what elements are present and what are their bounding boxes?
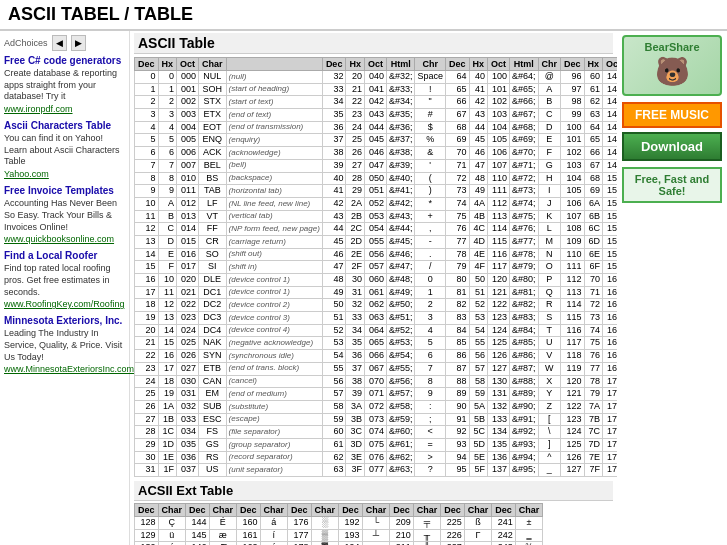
table-cell: 51 [322,312,346,325]
table-cell: 54 [322,350,346,363]
table-cell: 074 [364,426,386,439]
table-cell: (device control 4) [226,324,322,337]
table-cell: 6 [158,147,177,160]
sidebar-section-title-4[interactable]: Minnesota Exteriors, Inc. [4,315,125,326]
table-cell: 109 [561,235,585,248]
sidebar-section-text-4: Leading The Industry In Service, Quality… [4,328,125,363]
table-cell: 7D [584,438,603,451]
sidebar-section-title-3[interactable]: Find a Local Roofer [4,250,125,261]
free-music-banner[interactable]: FREE MUSIC [622,102,722,128]
sidebar-section-link-3[interactable]: www.RoofingKey.com/Roofing [4,299,125,309]
table-header: Chr [415,58,446,71]
table-cell: 145 [603,134,617,147]
table-cell: 4E [469,248,488,261]
table-cell: 17 [135,286,159,299]
table-cell: 29 [135,438,159,451]
table-cell: &#47; [386,261,415,274]
table-cell: 7 [415,362,446,375]
table-row: 271B033ESC(escape)593B073&#59;;915B133&#… [135,413,618,426]
table-cell: 53 [322,337,346,350]
ext-table-cell: Γ [464,529,492,542]
ad-prev-button[interactable]: ◀ [52,35,67,51]
table-cell: 4 [415,324,446,337]
table-cell: (group separator) [226,438,322,451]
table-cell: 18 [158,375,177,388]
table-cell: 3C [346,426,365,439]
sidebar-section-link-2[interactable]: www.quickbooksonline.com [4,234,125,244]
table-cell: 101 [488,83,510,96]
table-row: 88010BS(backspace)4028050&#40;(7248110&#… [135,172,618,185]
table-cell: (shift out) [226,248,322,261]
ext-table-row: 128Ç144É160á176░192└209╤225ß241± [135,517,543,530]
table-cell: 127 [561,464,585,477]
table-cell: 15 [158,337,177,350]
table-cell: 133 [488,413,510,426]
table-cell: 047 [364,159,386,172]
sidebar-section-link-0[interactable]: www.ironpdf.com [4,104,125,114]
table-cell: DC2 [199,299,227,312]
table-cell: 6F [584,261,603,274]
sidebar-section-link-4[interactable]: www.MinnesotaExteriorsInc.com [4,364,125,374]
table-cell: (shift in) [226,261,322,274]
table-cell: 26 [346,147,365,160]
table-cell: 64 [584,121,603,134]
download-button[interactable]: Download [622,132,722,161]
table-cell: 124 [561,426,585,439]
table-cell: 28 [346,172,365,185]
sidebar-section-title-1[interactable]: Ascii Characters Table [4,120,125,131]
table-cell: C [158,223,177,236]
sidebar-section-title-2[interactable]: Free Invoice Templates [4,185,125,196]
table-cell: 6 [415,350,446,363]
table-cell: 8 [135,172,159,185]
table-cell: &#38; [386,147,415,160]
table-cell: (vertical tab) [226,210,322,223]
table-cell: 61 [584,83,603,96]
table-cell: &#35; [386,109,415,122]
table-cell: 72 [445,172,469,185]
table-cell: 121 [561,388,585,401]
table-cell: 31 [346,286,365,299]
table-cell: 045 [364,134,386,147]
table-cell: 30 [135,451,159,464]
table-cell: 070 [364,375,386,388]
table-cell: ( [415,172,446,185]
table-cell: 151 [603,185,617,198]
table-cell: &#89; [510,388,539,401]
ad-next-button[interactable]: ▶ [71,35,86,51]
ext-table-cell: 160 [237,517,261,530]
table-cell: + [415,210,446,223]
table-cell: 27 [135,413,159,426]
table-cell: 033 [177,413,199,426]
table-cell: &#88; [510,375,539,388]
table-cell: &#76; [510,223,539,236]
ext-table-cell: 209 [390,517,414,530]
table-cell: 34 [322,96,346,109]
sidebar-section-title-0[interactable]: Free C# code generators [4,55,125,66]
table-row: 2418030CAN(cancel)5638070&#56;88858130&#… [135,375,618,388]
page-title: ASCII TABEL / TABLE [0,0,727,31]
table-cell: 2 [158,96,177,109]
table-cell: ESC [199,413,227,426]
table-cell: 131 [488,388,510,401]
table-cell: &#61; [386,438,415,451]
table-cell: 126 [488,350,510,363]
table-cell: 119 [561,362,585,375]
table-cell: 1 [415,286,446,299]
ascii-table-container: DecHxOctCharDecHxOctHtmlChrDecHxOctHtmlC… [134,57,613,477]
table-cell: 31 [135,464,159,477]
table-cell: 4C [469,223,488,236]
table-cell: &#93; [510,438,539,451]
ext-table-cell: ß [464,517,492,530]
bear-share-ad[interactable]: BearShare 🐻 [622,35,722,96]
table-cell: 057 [364,261,386,274]
table-cell: 3 [415,312,446,325]
sidebar-section-link-1[interactable]: Yahoo.com [4,169,125,179]
table-cell: 046 [364,147,386,160]
table-cell: 39 [322,159,346,172]
table-cell: 7C [584,426,603,439]
table-cell: 50 [322,299,346,312]
table-cell: 174 [603,426,617,439]
table-cell: 19 [135,312,159,325]
table-row: 261A032SUB(substitute)583A072&#58;:905A1… [135,400,618,413]
table-cell: 027 [177,362,199,375]
